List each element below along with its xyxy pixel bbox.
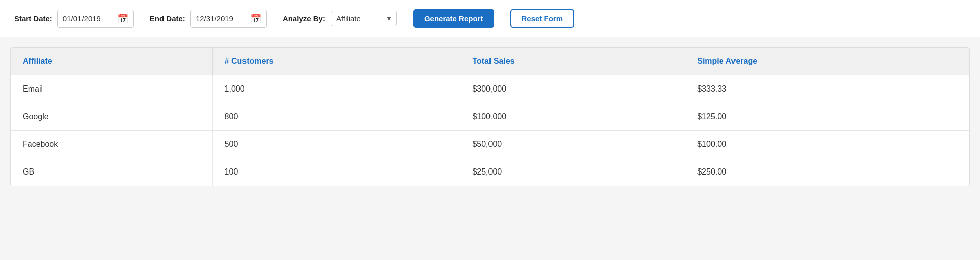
table-row: Google800$100,000$125.00 (11, 103, 969, 131)
cell-total_sales: $300,000 (460, 75, 685, 103)
col-header-simple-average: Simple Average (685, 48, 969, 75)
table-row: Facebook500$50,000$100.00 (11, 131, 969, 158)
end-date-wrapper[interactable]: 📅 (190, 10, 267, 28)
generate-report-button[interactable]: Generate Report (413, 9, 495, 28)
cell-simple_average: $333.33 (685, 75, 969, 103)
cell-total_sales: $100,000 (460, 103, 685, 131)
cell-affiliate: Google (11, 103, 212, 131)
table-body: Email1,000$300,000$333.33Google800$100,0… (11, 75, 969, 186)
cell-affiliate: GB (11, 158, 212, 186)
table-header-row: Affiliate # Customers Total Sales Simple… (11, 48, 969, 75)
analyze-by-wrapper[interactable]: Affiliate Product Region Channel ▼ (331, 11, 397, 26)
cell-total_sales: $50,000 (460, 131, 685, 158)
cell-customers: 500 (212, 131, 460, 158)
reset-form-button[interactable]: Reset Form (510, 9, 574, 28)
analyze-by-select[interactable]: Affiliate Product Region Channel (336, 14, 391, 23)
cell-affiliate: Email (11, 75, 212, 103)
cell-customers: 1,000 (212, 75, 460, 103)
report-table-container: Affiliate # Customers Total Sales Simple… (10, 47, 970, 186)
end-date-group: End Date: 📅 (150, 10, 267, 28)
cell-simple_average: $125.00 (685, 103, 969, 131)
col-header-affiliate: Affiliate (11, 48, 212, 75)
cell-customers: 100 (212, 158, 460, 186)
cell-customers: 800 (212, 103, 460, 131)
end-date-label: End Date: (150, 14, 185, 23)
cell-simple_average: $250.00 (685, 158, 969, 186)
start-date-input[interactable] (63, 14, 113, 23)
cell-affiliate: Facebook (11, 131, 212, 158)
toolbar: Start Date: 📅 End Date: 📅 Analyze By: Af… (0, 0, 980, 37)
start-date-label: Start Date: (14, 14, 52, 23)
start-date-group: Start Date: 📅 (14, 10, 134, 28)
table-row: Email1,000$300,000$333.33 (11, 75, 969, 103)
table-header: Affiliate # Customers Total Sales Simple… (11, 48, 969, 75)
cell-total_sales: $25,000 (460, 158, 685, 186)
start-date-calendar-icon[interactable]: 📅 (117, 13, 128, 24)
end-date-input[interactable] (196, 14, 246, 23)
col-header-total-sales: Total Sales (460, 48, 685, 75)
table-row: GB100$25,000$250.00 (11, 158, 969, 186)
analyze-by-label: Analyze By: (283, 14, 325, 23)
cell-simple_average: $100.00 (685, 131, 969, 158)
analyze-by-group: Analyze By: Affiliate Product Region Cha… (283, 11, 397, 26)
end-date-calendar-icon[interactable]: 📅 (250, 13, 261, 24)
col-header-customers: # Customers (212, 48, 460, 75)
report-table: Affiliate # Customers Total Sales Simple… (11, 48, 969, 186)
start-date-wrapper[interactable]: 📅 (57, 10, 134, 28)
